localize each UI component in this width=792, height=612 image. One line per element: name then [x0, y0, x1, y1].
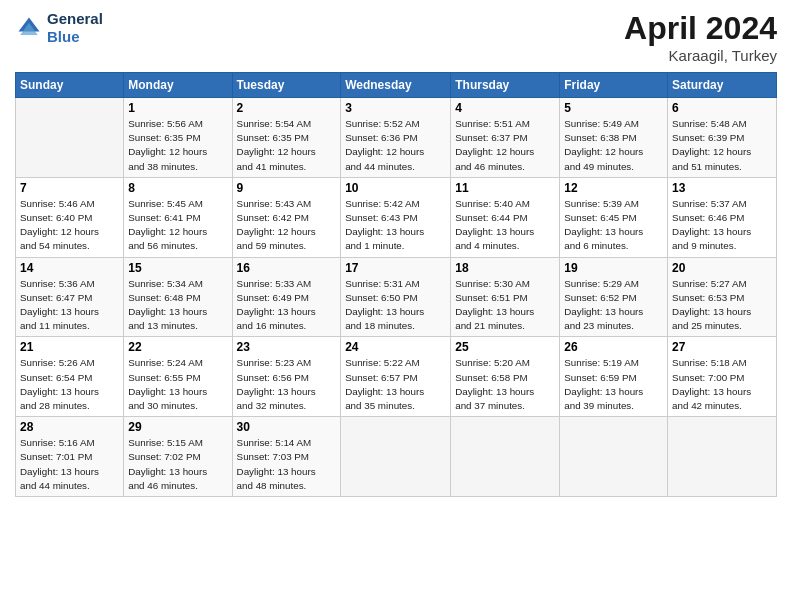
- location-subtitle: Karaagil, Turkey: [624, 47, 777, 64]
- header-cell-tuesday: Tuesday: [232, 73, 341, 98]
- header-cell-thursday: Thursday: [451, 73, 560, 98]
- day-number: 21: [20, 340, 119, 354]
- day-number: 23: [237, 340, 337, 354]
- calendar-cell: 29Sunrise: 5:15 AM Sunset: 7:02 PM Dayli…: [124, 417, 232, 497]
- day-number: 7: [20, 181, 119, 195]
- calendar-cell: 15Sunrise: 5:34 AM Sunset: 6:48 PM Dayli…: [124, 257, 232, 337]
- calendar-cell: 2Sunrise: 5:54 AM Sunset: 6:35 PM Daylig…: [232, 98, 341, 178]
- calendar-cell: 10Sunrise: 5:42 AM Sunset: 6:43 PM Dayli…: [341, 177, 451, 257]
- calendar-cell: 17Sunrise: 5:31 AM Sunset: 6:50 PM Dayli…: [341, 257, 451, 337]
- title-block: April 2024 Karaagil, Turkey: [624, 10, 777, 64]
- logo-text: General Blue: [47, 10, 103, 46]
- calendar-cell: 25Sunrise: 5:20 AM Sunset: 6:58 PM Dayli…: [451, 337, 560, 417]
- day-number: 12: [564, 181, 663, 195]
- day-number: 8: [128, 181, 227, 195]
- day-info: Sunrise: 5:20 AM Sunset: 6:58 PM Dayligh…: [455, 356, 555, 413]
- calendar-cell: 27Sunrise: 5:18 AM Sunset: 7:00 PM Dayli…: [668, 337, 777, 417]
- day-info: Sunrise: 5:52 AM Sunset: 6:36 PM Dayligh…: [345, 117, 446, 174]
- day-info: Sunrise: 5:54 AM Sunset: 6:35 PM Dayligh…: [237, 117, 337, 174]
- day-info: Sunrise: 5:15 AM Sunset: 7:02 PM Dayligh…: [128, 436, 227, 493]
- day-number: 20: [672, 261, 772, 275]
- day-info: Sunrise: 5:36 AM Sunset: 6:47 PM Dayligh…: [20, 277, 119, 334]
- header: General Blue April 2024 Karaagil, Turkey: [15, 10, 777, 64]
- day-number: 24: [345, 340, 446, 354]
- day-number: 15: [128, 261, 227, 275]
- day-info: Sunrise: 5:24 AM Sunset: 6:55 PM Dayligh…: [128, 356, 227, 413]
- day-info: Sunrise: 5:37 AM Sunset: 6:46 PM Dayligh…: [672, 197, 772, 254]
- calendar-cell: [341, 417, 451, 497]
- day-info: Sunrise: 5:22 AM Sunset: 6:57 PM Dayligh…: [345, 356, 446, 413]
- calendar-cell: [560, 417, 668, 497]
- week-row-3: 21Sunrise: 5:26 AM Sunset: 6:54 PM Dayli…: [16, 337, 777, 417]
- calendar-cell: 28Sunrise: 5:16 AM Sunset: 7:01 PM Dayli…: [16, 417, 124, 497]
- day-info: Sunrise: 5:29 AM Sunset: 6:52 PM Dayligh…: [564, 277, 663, 334]
- day-number: 28: [20, 420, 119, 434]
- day-info: Sunrise: 5:40 AM Sunset: 6:44 PM Dayligh…: [455, 197, 555, 254]
- day-number: 1: [128, 101, 227, 115]
- calendar-table: SundayMondayTuesdayWednesdayThursdayFrid…: [15, 72, 777, 497]
- calendar-cell: 14Sunrise: 5:36 AM Sunset: 6:47 PM Dayli…: [16, 257, 124, 337]
- day-info: Sunrise: 5:14 AM Sunset: 7:03 PM Dayligh…: [237, 436, 337, 493]
- calendar-cell: 18Sunrise: 5:30 AM Sunset: 6:51 PM Dayli…: [451, 257, 560, 337]
- header-cell-sunday: Sunday: [16, 73, 124, 98]
- calendar-cell: 16Sunrise: 5:33 AM Sunset: 6:49 PM Dayli…: [232, 257, 341, 337]
- day-number: 19: [564, 261, 663, 275]
- calendar-cell: 7Sunrise: 5:46 AM Sunset: 6:40 PM Daylig…: [16, 177, 124, 257]
- day-number: 30: [237, 420, 337, 434]
- day-number: 25: [455, 340, 555, 354]
- day-number: 18: [455, 261, 555, 275]
- day-info: Sunrise: 5:49 AM Sunset: 6:38 PM Dayligh…: [564, 117, 663, 174]
- day-number: 27: [672, 340, 772, 354]
- calendar-header: SundayMondayTuesdayWednesdayThursdayFrid…: [16, 73, 777, 98]
- calendar-cell: 26Sunrise: 5:19 AM Sunset: 6:59 PM Dayli…: [560, 337, 668, 417]
- day-number: 11: [455, 181, 555, 195]
- calendar-cell: 11Sunrise: 5:40 AM Sunset: 6:44 PM Dayli…: [451, 177, 560, 257]
- day-number: 14: [20, 261, 119, 275]
- day-info: Sunrise: 5:26 AM Sunset: 6:54 PM Dayligh…: [20, 356, 119, 413]
- week-row-4: 28Sunrise: 5:16 AM Sunset: 7:01 PM Dayli…: [16, 417, 777, 497]
- calendar-cell: 22Sunrise: 5:24 AM Sunset: 6:55 PM Dayli…: [124, 337, 232, 417]
- day-number: 29: [128, 420, 227, 434]
- day-info: Sunrise: 5:23 AM Sunset: 6:56 PM Dayligh…: [237, 356, 337, 413]
- logo-icon: [15, 14, 43, 42]
- day-info: Sunrise: 5:56 AM Sunset: 6:35 PM Dayligh…: [128, 117, 227, 174]
- day-number: 9: [237, 181, 337, 195]
- day-info: Sunrise: 5:18 AM Sunset: 7:00 PM Dayligh…: [672, 356, 772, 413]
- calendar-cell: 30Sunrise: 5:14 AM Sunset: 7:03 PM Dayli…: [232, 417, 341, 497]
- day-info: Sunrise: 5:16 AM Sunset: 7:01 PM Dayligh…: [20, 436, 119, 493]
- week-row-1: 7Sunrise: 5:46 AM Sunset: 6:40 PM Daylig…: [16, 177, 777, 257]
- day-info: Sunrise: 5:48 AM Sunset: 6:39 PM Dayligh…: [672, 117, 772, 174]
- day-info: Sunrise: 5:45 AM Sunset: 6:41 PM Dayligh…: [128, 197, 227, 254]
- day-number: 22: [128, 340, 227, 354]
- day-info: Sunrise: 5:19 AM Sunset: 6:59 PM Dayligh…: [564, 356, 663, 413]
- header-cell-monday: Monday: [124, 73, 232, 98]
- calendar-cell: 5Sunrise: 5:49 AM Sunset: 6:38 PM Daylig…: [560, 98, 668, 178]
- calendar-cell: 12Sunrise: 5:39 AM Sunset: 6:45 PM Dayli…: [560, 177, 668, 257]
- header-row: SundayMondayTuesdayWednesdayThursdayFrid…: [16, 73, 777, 98]
- day-info: Sunrise: 5:43 AM Sunset: 6:42 PM Dayligh…: [237, 197, 337, 254]
- calendar-cell: 21Sunrise: 5:26 AM Sunset: 6:54 PM Dayli…: [16, 337, 124, 417]
- calendar-cell: [16, 98, 124, 178]
- day-number: 5: [564, 101, 663, 115]
- month-title: April 2024: [624, 10, 777, 47]
- day-number: 4: [455, 101, 555, 115]
- calendar-cell: 4Sunrise: 5:51 AM Sunset: 6:37 PM Daylig…: [451, 98, 560, 178]
- day-info: Sunrise: 5:27 AM Sunset: 6:53 PM Dayligh…: [672, 277, 772, 334]
- week-row-2: 14Sunrise: 5:36 AM Sunset: 6:47 PM Dayli…: [16, 257, 777, 337]
- day-number: 26: [564, 340, 663, 354]
- day-info: Sunrise: 5:30 AM Sunset: 6:51 PM Dayligh…: [455, 277, 555, 334]
- day-info: Sunrise: 5:34 AM Sunset: 6:48 PM Dayligh…: [128, 277, 227, 334]
- day-number: 3: [345, 101, 446, 115]
- calendar-cell: 13Sunrise: 5:37 AM Sunset: 6:46 PM Dayli…: [668, 177, 777, 257]
- day-number: 10: [345, 181, 446, 195]
- week-row-0: 1Sunrise: 5:56 AM Sunset: 6:35 PM Daylig…: [16, 98, 777, 178]
- calendar-cell: 23Sunrise: 5:23 AM Sunset: 6:56 PM Dayli…: [232, 337, 341, 417]
- header-cell-saturday: Saturday: [668, 73, 777, 98]
- calendar-cell: 24Sunrise: 5:22 AM Sunset: 6:57 PM Dayli…: [341, 337, 451, 417]
- day-info: Sunrise: 5:31 AM Sunset: 6:50 PM Dayligh…: [345, 277, 446, 334]
- calendar-cell: 6Sunrise: 5:48 AM Sunset: 6:39 PM Daylig…: [668, 98, 777, 178]
- day-info: Sunrise: 5:33 AM Sunset: 6:49 PM Dayligh…: [237, 277, 337, 334]
- header-cell-wednesday: Wednesday: [341, 73, 451, 98]
- calendar-cell: 19Sunrise: 5:29 AM Sunset: 6:52 PM Dayli…: [560, 257, 668, 337]
- main-container: General Blue April 2024 Karaagil, Turkey…: [0, 0, 792, 507]
